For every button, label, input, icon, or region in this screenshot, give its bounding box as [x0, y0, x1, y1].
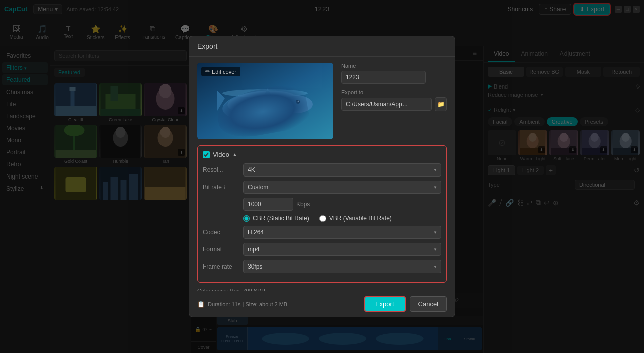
export-to-input[interactable] — [341, 98, 432, 111]
modal-title: Export — [197, 42, 217, 50]
modal-fields: Name Export to 📁 — [341, 63, 447, 139]
codec-select-wrapper: H.264 H.265 — [243, 226, 441, 239]
cancel-button[interactable]: Cancel — [410, 296, 447, 312]
name-field-group: Name — [341, 63, 447, 84]
format-label: Format — [203, 246, 243, 253]
svg-point-58 — [222, 89, 308, 97]
framerate-select[interactable]: 30fps 60fps 24fps — [243, 260, 441, 273]
svg-point-56 — [298, 101, 299, 102]
resolution-select[interactable]: 4K 1080p 720p — [243, 163, 441, 176]
kbps-row: Kbps — [203, 198, 441, 211]
duration-icon: 📋 — [197, 301, 205, 308]
resolution-label: Resol... — [203, 166, 243, 173]
framerate-select-wrapper: 30fps 60fps 24fps — [243, 260, 441, 273]
bitrate-select[interactable]: Custom Auto — [243, 181, 441, 194]
vbr-radio[interactable]: VBR (Variable Bit Rate) — [319, 215, 392, 222]
footer-info-text: Duration: 11s | Size: about 2 MB — [208, 301, 287, 307]
video-section: Video ▲ Resol... 4K 1080p 720p — [197, 145, 447, 283]
footer-buttons: Export Cancel — [364, 296, 447, 312]
framerate-label: Frame rate — [203, 263, 243, 270]
edit-icon: ✏ — [205, 68, 210, 75]
video-label: Video — [213, 151, 229, 158]
bitrate-label: Bit rate ℹ — [203, 184, 243, 191]
framerate-row: Frame rate 30fps 60fps 24fps — [203, 260, 441, 273]
svg-point-54 — [278, 95, 313, 113]
export-to-label: Export to — [341, 89, 447, 95]
modal-footer: 📋 Duration: 11s | Size: about 2 MB Expor… — [189, 291, 455, 317]
modal-overlay[interactable]: Export — [0, 0, 644, 353]
format-select[interactable]: mp4 mov — [243, 243, 441, 256]
video-section-header: Video ▲ — [203, 151, 441, 158]
modal-cover-row: ✏ Edit cover Name Export to 📁 — [197, 63, 447, 139]
bitrate-select-wrapper: Custom Auto — [243, 181, 441, 194]
export-button[interactable]: Export — [364, 296, 406, 312]
modal-body: ✏ Edit cover Name Export to 📁 — [189, 57, 455, 291]
cbr-radio[interactable]: CBR (Static Bit Rate) — [243, 215, 309, 222]
format-row: Format mp4 mov — [203, 243, 441, 256]
export-to-field-group: Export to 📁 — [341, 89, 447, 111]
resolution-row: Resol... 4K 1080p 720p — [203, 163, 441, 176]
name-label: Name — [341, 63, 447, 69]
resolution-select-wrapper: 4K 1080p 720p — [243, 163, 441, 176]
export-to-row: 📁 — [341, 97, 447, 111]
video-toggle[interactable]: ▲ — [232, 152, 237, 157]
format-select-wrapper: mp4 mov — [243, 243, 441, 256]
radio-row: CBR (Static Bit Rate) VBR (Variable Bit … — [203, 215, 441, 222]
codec-select[interactable]: H.264 H.265 — [243, 226, 441, 239]
browse-button[interactable]: 📁 — [435, 97, 447, 111]
info-icon: ℹ — [224, 185, 226, 190]
export-modal: Export — [189, 36, 455, 317]
kbps-unit: Kbps — [296, 201, 310, 208]
video-checkbox[interactable] — [203, 151, 210, 158]
codec-label: Codec — [203, 229, 243, 236]
modal-header: Export — [189, 36, 455, 57]
codec-row: Codec H.264 H.265 — [203, 226, 441, 239]
svg-marker-53 — [260, 88, 275, 103]
edit-cover-button[interactable]: ✏ Edit cover — [201, 67, 240, 76]
name-input[interactable] — [341, 71, 426, 84]
svg-point-55 — [296, 100, 300, 104]
modal-cover-preview: ✏ Edit cover — [197, 63, 333, 139]
bitrate-row: Bit rate ℹ Custom Auto — [203, 181, 441, 194]
footer-info: 📋 Duration: 11s | Size: about 2 MB — [197, 301, 287, 308]
kbps-input[interactable] — [243, 198, 293, 211]
